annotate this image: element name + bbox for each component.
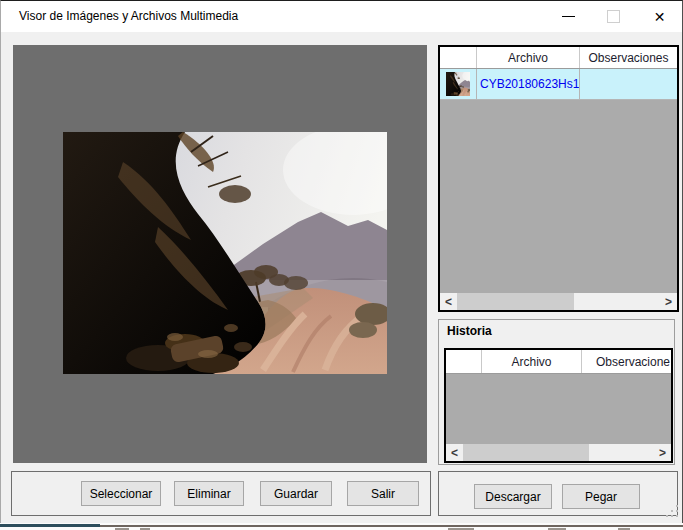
- history-table-header: Archivo Observacione: [446, 350, 671, 374]
- dialog-window: Visor de Imágenes y Archivos Multimedia …: [0, 0, 683, 523]
- scroll-left-icon: <: [445, 295, 452, 309]
- file-thumbnail-image: [446, 72, 470, 96]
- file-observations-cell: [580, 69, 677, 99]
- minimize-button[interactable]: [546, 1, 591, 32]
- guardar-button[interactable]: Guardar: [260, 481, 332, 506]
- scroll-right-icon: >: [665, 295, 672, 309]
- history-horizontal-scrollbar: < >: [446, 444, 671, 461]
- seleccionar-button[interactable]: Seleccionar: [81, 481, 161, 506]
- scroll-right-icon: >: [659, 446, 666, 460]
- maximize-button: [591, 1, 636, 32]
- file-thumbnail-cell: [440, 69, 477, 99]
- column-header-thumbnail[interactable]: [440, 47, 477, 68]
- files-table-empty-area: [440, 100, 677, 293]
- files-table: Archivo Observaciones CYB20180623Hs1… < …: [438, 45, 679, 312]
- left-button-panel: Seleccionar Eliminar Guardar Salir: [11, 471, 431, 516]
- files-scrollbar-thumb[interactable]: [457, 293, 574, 310]
- history-scrollbar-thumb[interactable]: [463, 444, 589, 461]
- titlebar: Visor de Imágenes y Archivos Multimedia …: [1, 1, 682, 32]
- file-row-selected[interactable]: CYB20180623Hs1…: [440, 69, 677, 100]
- files-horizontal-scrollbar: < >: [440, 293, 677, 310]
- pegar-button[interactable]: Pegar: [562, 484, 640, 509]
- files-scroll-right-button[interactable]: >: [660, 293, 677, 310]
- background-divider-line: [100, 525, 683, 527]
- history-column-header-thumbnail[interactable]: [446, 350, 482, 373]
- right-button-panel: Descargar Pegar: [438, 471, 678, 516]
- column-header-archivo[interactable]: Archivo: [477, 47, 580, 68]
- file-name-cell: CYB20180623Hs1…: [477, 69, 580, 99]
- landscape-photo: [63, 132, 387, 374]
- maximize-icon: [607, 10, 620, 23]
- resize-grip-icon[interactable]: [676, 515, 678, 517]
- historia-label: Historia: [447, 324, 492, 338]
- files-scroll-left-button[interactable]: <: [440, 293, 457, 310]
- history-scroll-right-button[interactable]: >: [654, 444, 671, 461]
- files-table-header: Archivo Observaciones: [440, 47, 677, 69]
- close-button[interactable]: ✕: [637, 1, 682, 32]
- history-column-header-archivo[interactable]: Archivo: [482, 350, 582, 373]
- column-header-observaciones[interactable]: Observaciones: [580, 47, 677, 68]
- history-scrollbar-track[interactable]: [463, 444, 654, 461]
- salir-button[interactable]: Salir: [347, 481, 419, 506]
- minimize-icon: [562, 16, 575, 17]
- background-teal-bar: [0, 524, 100, 527]
- eliminar-button[interactable]: Eliminar: [174, 481, 244, 506]
- close-icon: ✕: [654, 10, 666, 24]
- background-window-sliver: [0, 523, 683, 530]
- history-scroll-left-button[interactable]: <: [446, 444, 463, 461]
- history-table-empty-area: [446, 374, 671, 444]
- scroll-left-icon: <: [451, 446, 458, 460]
- files-scrollbar-track[interactable]: [457, 293, 660, 310]
- history-column-header-observaciones[interactable]: Observacione: [582, 350, 671, 373]
- image-viewer-panel: [13, 45, 427, 463]
- window-title: Visor de Imágenes y Archivos Multimedia: [19, 1, 238, 32]
- descargar-button[interactable]: Descargar: [474, 484, 552, 509]
- history-table: Archivo Observacione < >: [444, 348, 673, 463]
